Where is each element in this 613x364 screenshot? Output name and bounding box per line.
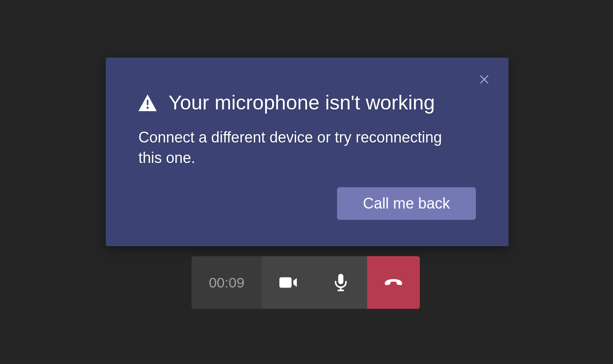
close-icon (478, 74, 490, 85)
phone-hangup-icon (383, 272, 404, 293)
video-camera-icon (278, 272, 299, 293)
hangup-button[interactable] (367, 256, 420, 309)
dialog-header: Your microphone isn't working (138, 91, 476, 114)
close-button[interactable] (476, 71, 493, 88)
microphone-toggle-button[interactable] (314, 256, 367, 309)
svg-point-3 (146, 107, 148, 109)
dialog-title: Your microphone isn't working (169, 91, 435, 114)
microphone-error-dialog: Your microphone isn't working Connect a … (106, 58, 508, 246)
microphone-icon (330, 272, 351, 293)
svg-rect-5 (338, 274, 344, 284)
video-toggle-button[interactable] (262, 256, 314, 309)
dialog-body-text: Connect a different device or try reconn… (138, 127, 456, 168)
call-timer: 00:09 (192, 256, 262, 309)
svg-rect-2 (147, 99, 148, 105)
dialog-actions: Call me back (138, 187, 476, 220)
warning-icon (138, 94, 157, 111)
call-me-back-button[interactable]: Call me back (337, 187, 476, 220)
svg-rect-4 (279, 277, 291, 288)
call-controls-bar: 00:09 (192, 256, 420, 309)
